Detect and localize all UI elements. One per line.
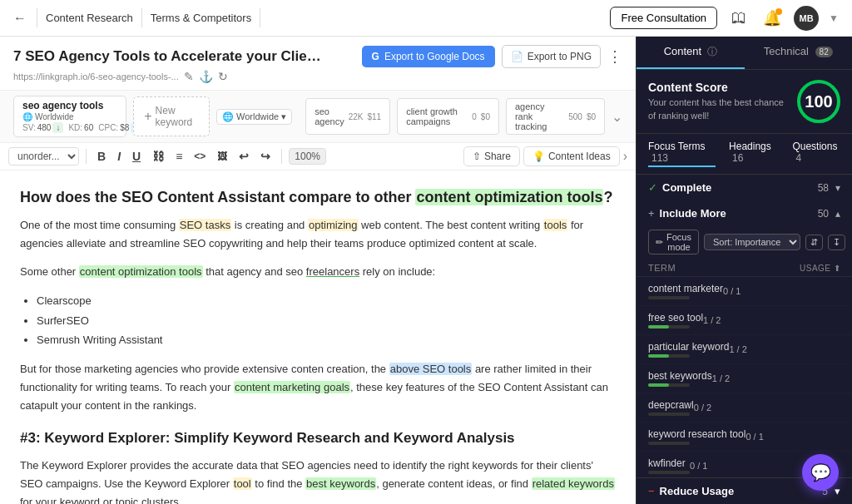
term-row-free-seo-tool[interactable]: free seo tool 1 / 2 [637, 306, 852, 335]
primary-keyword-tag[interactable]: seo agency tools 🌐 Worldwide SV: 480 ↓ K… [13, 96, 126, 137]
back-button[interactable]: ← [13, 11, 27, 26]
zoom-select[interactable]: 100% [289, 148, 326, 165]
h3-keyword-explorer: #3: Keyword Explorer: Simplify Keyword R… [20, 428, 616, 448]
sort-select[interactable]: Sort: Importance [704, 234, 800, 250]
list-item-surfer: SurferSEO [37, 311, 616, 330]
pencil-icon: ✏ [656, 237, 663, 248]
avatar[interactable]: MB [794, 6, 819, 31]
notification-badge [775, 8, 782, 15]
share-icon: ⇧ [473, 151, 481, 162]
headings-tab[interactable]: Headings 16 [729, 141, 779, 167]
focus-mode-button[interactable]: ✏ Focus mode [648, 230, 699, 254]
content-info-icon[interactable]: ⓘ [707, 46, 717, 57]
term-row-keyword-research-tool[interactable]: keyword research tool 0 / 1 [637, 422, 852, 452]
highlight-related-keywords: related keywords [532, 477, 615, 490]
tab-content[interactable]: Content ⓘ [637, 37, 745, 69]
download-icon: ↧ [833, 237, 840, 247]
content-score-circle: 100 [797, 80, 840, 123]
highlight-freelancers: freelancers [306, 265, 359, 278]
export-google-button[interactable]: G Export to Google Docs [362, 46, 495, 67]
highlight-tool: tool [233, 477, 252, 490]
main-layout: 7 SEO Agency Tools to Accelerate your Cl… [0, 37, 852, 504]
share-button[interactable]: ⇧ Share [463, 146, 520, 166]
keyword-bar-collapse-button[interactable]: ⌄ [612, 109, 622, 125]
list-item-semrush: Semrush Writing Assistant [37, 330, 616, 349]
image-button[interactable]: 🖼 [213, 148, 231, 165]
list-style-select[interactable]: unorder... [8, 147, 79, 166]
kd-stat: KD: 60 [68, 122, 93, 133]
focus-terms-tab[interactable]: Focus Terms 113 [648, 141, 716, 167]
sv-stat: SV: 480 ↓ [22, 122, 63, 133]
editor-panel: 7 SEO Agency Tools to Accelerate your Cl… [0, 37, 636, 504]
term-row-deepcrawl[interactable]: deepcrawl 0 / 2 [637, 393, 852, 422]
tools-list: Clearscope SurferSEO Semrush Writing Ass… [37, 291, 616, 349]
redo-button[interactable]: ↪ [256, 147, 275, 166]
content-score-subtitle: Your content has the best chance of rank… [648, 96, 789, 122]
editor-toolbar: unorder... B I U ⛓ ≡ <> 🖼 ↩ ↪ 100% ⇧ Sha… [0, 143, 636, 170]
include-plus-icon: + [648, 207, 655, 220]
globe-icon-2: 🌐 [222, 111, 234, 122]
free-consultation-button[interactable]: Free Consultation [610, 7, 717, 29]
globe-icon: 🌐 [22, 112, 32, 121]
term-row-particular-keyword[interactable]: particular keyword 1 / 2 [637, 335, 852, 364]
refresh-icon[interactable]: ↻ [218, 70, 228, 83]
usage-column-header[interactable]: USAGE ⬆ [800, 263, 840, 273]
file-icon: 📄 [511, 51, 523, 62]
highlight-optimizing: optimizing [308, 219, 359, 231]
editor-content[interactable]: How does the SEO Content Assistant compa… [0, 170, 636, 504]
avatar-dropdown-icon[interactable]: ▼ [829, 12, 839, 24]
content-score-title: Content Score [648, 81, 789, 94]
more-options-button[interactable]: ⋮ [607, 47, 622, 66]
include-more-chevron-icon[interactable]: ▴ [835, 208, 840, 220]
unordered-list-button[interactable]: ≡ [171, 147, 186, 166]
underline-button[interactable]: U [128, 147, 145, 166]
technical-badge: 82 [815, 47, 833, 57]
keyword-chips: seo agency 22K $11 client growth campaig… [305, 98, 605, 135]
undo-button[interactable]: ↩ [235, 147, 253, 166]
sort-icon-button[interactable]: ⇵ [805, 235, 823, 250]
highlight-best-keywords: best keywords [305, 477, 376, 490]
keyword-region: 🌐 Worldwide [22, 112, 74, 121]
content-ideas-button[interactable]: 💡 Content Ideas [523, 146, 620, 166]
editor-header: 7 SEO Agency Tools to Accelerate your Cl… [0, 37, 636, 91]
complete-chevron-icon[interactable]: ▾ [835, 182, 840, 194]
notification-icon[interactable]: 🔔 [760, 7, 784, 30]
new-keyword-button[interactable]: + New keyword [133, 96, 210, 136]
paragraph-4: The Keyword Explorer provides the accura… [20, 457, 616, 504]
italic-button[interactable]: I [113, 147, 125, 166]
worldwide-select[interactable]: 🌐 Worldwide ▾ [216, 109, 292, 125]
keyword-chip-0[interactable]: seo agency 22K $11 [305, 98, 390, 135]
include-more-section-header[interactable]: + Include More 50 ▴ [637, 200, 852, 226]
sort-bar: ✏ Focus mode Sort: Importance ⇵ ↧ [637, 226, 852, 259]
highlight-content-marketing: content marketing goals [234, 381, 350, 393]
code-button[interactable]: <> [190, 148, 210, 165]
export-png-button[interactable]: 📄 Export to PNG [502, 45, 601, 68]
questions-tab[interactable]: Questions 4 [792, 141, 840, 167]
toolbar-expand-button[interactable]: › [623, 149, 627, 164]
nav-tabs: Content Research Terms & Competitors [37, 8, 260, 27]
chat-button[interactable]: 💬 [802, 454, 839, 491]
nav-tab-content-research[interactable]: Content Research [37, 8, 142, 27]
edit-url-icon[interactable]: ✎ [184, 70, 194, 83]
keyword-chip-2[interactable]: agency rank tracking 500 $0 [506, 98, 605, 135]
link-icon[interactable]: ⚓ [199, 70, 213, 83]
highlight-content-optimization: content optimization tools [415, 189, 603, 205]
right-panel: Content ⓘ Technical 82 Content Score You… [636, 37, 852, 504]
link-button[interactable]: ⛓ [148, 147, 168, 166]
bold-button[interactable]: B [93, 147, 110, 166]
include-more-count: 50 [818, 208, 829, 220]
term-row-content-marketer[interactable]: content marketer 0 / 1 [637, 277, 852, 306]
keyword-chip-1[interactable]: client growth campaigns 0 $0 [397, 98, 499, 135]
book-icon[interactable]: 🕮 [727, 7, 750, 30]
reduce-chevron-icon[interactable]: ▾ [835, 485, 840, 497]
doc-title: 7 SEO Agency Tools to Accelerate your Cl… [13, 48, 329, 65]
complete-section-header[interactable]: ✓ Complete 58 ▾ [637, 175, 852, 200]
tab-technical[interactable]: Technical 82 [745, 37, 853, 69]
complete-count: 58 [818, 182, 829, 194]
term-row-best-keywords[interactable]: best keywords 1 / 2 [637, 364, 852, 393]
top-nav: ← Content Research Terms & Competitors F… [0, 0, 852, 37]
complete-label: Complete [662, 181, 818, 194]
nav-tab-terms-competitors[interactable]: Terms & Competitors [142, 8, 260, 27]
export-actions: G Export to Google Docs 📄 Export to PNG … [362, 45, 622, 68]
export-terms-button[interactable]: ↧ [828, 235, 845, 250]
